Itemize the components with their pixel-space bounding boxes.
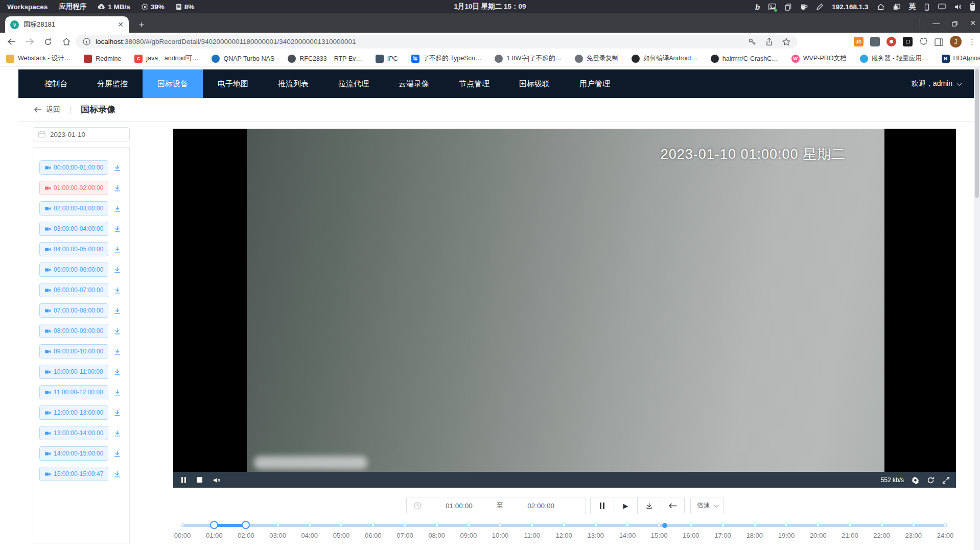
address-bar[interactable]: localhost:38080/#/gbRecordDetail/3402000… [76, 35, 798, 49]
home-tray-icon[interactable] [877, 3, 884, 11]
speed-dropdown-button[interactable]: 倍速 [690, 497, 724, 514]
record-time-button[interactable]: 01:00:00-02:00:00 [39, 181, 108, 195]
bookmarks-overflow-chevron[interactable]: » [967, 55, 971, 63]
reload-button[interactable] [41, 38, 55, 46]
bookmark-item[interactable]: Redmine [84, 55, 121, 63]
record-time-button[interactable]: 04:00:00-05:00:00 [39, 242, 108, 256]
download-record-button[interactable] [113, 327, 121, 335]
play-button[interactable]: ▶ [614, 497, 638, 514]
volume-tray-icon[interactable] [954, 3, 962, 11]
profile-avatar[interactable]: J [950, 36, 962, 47]
bookmark-item[interactable]: Webstack - 设计… [6, 54, 71, 63]
extension-black-icon[interactable] [903, 37, 913, 46]
player-settings-icon[interactable] [912, 475, 919, 485]
bookmark-item[interactable]: RFC2833 – RTP Ev… [288, 55, 362, 63]
download-record-button[interactable] [113, 184, 121, 192]
download-record-button[interactable] [113, 470, 121, 478]
bookmark-item[interactable]: 如何编译Android… [632, 54, 697, 63]
window-maximize-button[interactable] [952, 19, 958, 27]
window-close-button[interactable]: ✕ [970, 19, 976, 27]
window-minimize-button[interactable]: — [932, 19, 940, 27]
windows-tray-icon[interactable] [893, 3, 900, 11]
download-record-button[interactable] [113, 246, 121, 253]
record-time-button[interactable]: 09:00:00-10:00:00 [39, 344, 108, 358]
record-time-button[interactable]: 10:00:00-11:00:00 [39, 365, 108, 379]
download-record-button[interactable] [113, 286, 121, 294]
nav-item[interactable]: 用户管理 [565, 69, 625, 98]
record-time-button[interactable]: 00:00:00-01:00:00 [39, 160, 108, 175]
screenshot-tray-icon[interactable] [768, 3, 776, 11]
record-time-button[interactable]: 14:00:00-15:00:00 [39, 446, 108, 461]
bing-tray-icon[interactable]: b [755, 3, 760, 11]
nav-item[interactable]: 推流列表 [263, 69, 323, 98]
start-time-value[interactable]: 01:00:00 [422, 502, 497, 510]
bookmark-item[interactable]: 1.8W字|了不起的… [495, 54, 561, 63]
home-button[interactable] [59, 38, 74, 45]
bookmark-item[interactable]: 免登录复制 [575, 54, 619, 63]
nav-item[interactable]: 分屏监控 [82, 69, 143, 98]
clock[interactable]: 1月10日 星期二 15：09 [454, 2, 526, 11]
bookmark-item[interactable]: IPC [376, 55, 398, 63]
date-picker-input[interactable]: 2023-01-10 [33, 127, 130, 141]
nav-item[interactable]: 节点管理 [444, 69, 504, 98]
download-record-button[interactable] [113, 307, 121, 315]
tab-search-icon[interactable] [920, 19, 920, 27]
record-time-button[interactable]: 15:00:00-15:09:47 [39, 467, 108, 481]
share-icon[interactable] [765, 37, 773, 45]
back-button[interactable] [4, 38, 18, 45]
extension-js-icon[interactable]: JS [854, 37, 864, 46]
record-time-button[interactable]: 06:00:00-07:00:00 [39, 283, 108, 297]
url-text[interactable]: localhost:38080/#/gbRecordDetail/3402000… [96, 38, 356, 45]
bookmark-item[interactable]: 知 了不起的 TypeScri… [411, 54, 482, 63]
record-time-button[interactable]: 05:00:00-06:00:00 [39, 262, 108, 277]
nav-item[interactable]: 电子地图 [203, 69, 263, 98]
password-key-icon[interactable] [748, 37, 756, 45]
bookmark-item[interactable]: C java、android可… [134, 54, 198, 63]
workspaces-button[interactable]: Workspaces [7, 3, 48, 11]
bookmark-item[interactable]: 服务器 - 轻量应用… [860, 54, 928, 63]
pause-button[interactable] [590, 497, 614, 514]
record-time-button[interactable]: 08:00:00-09:00:00 [39, 324, 108, 338]
player-fullscreen-icon[interactable] [942, 475, 950, 485]
display-tray-icon[interactable] [938, 3, 946, 11]
download-record-button[interactable] [113, 450, 121, 458]
tab-close-icon[interactable]: ✕ [118, 20, 124, 29]
forward-button[interactable] [22, 38, 37, 45]
back-link[interactable]: 返回 [34, 105, 60, 114]
bookmark-star-icon[interactable] [782, 37, 790, 45]
download-record-button[interactable] [113, 429, 121, 437]
nav-item[interactable]: 控制台 [30, 69, 82, 98]
ime-indicator[interactable]: 英 [909, 2, 916, 11]
bookmark-item[interactable]: W WVP-PRO文档 [791, 54, 847, 63]
clipboard-tray-icon[interactable] [785, 3, 791, 10]
cpu-indicator[interactable]: 39% [142, 3, 165, 11]
download-record-button[interactable] [113, 225, 121, 233]
memory-indicator[interactable]: 8% [176, 3, 195, 11]
scrollbar-thumb[interactable] [975, 69, 979, 198]
download-record-button[interactable] [113, 368, 121, 376]
record-time-button[interactable]: 03:00:00-04:00:00 [39, 222, 108, 236]
player-mute-button[interactable] [213, 475, 221, 485]
download-record-button[interactable] [113, 348, 121, 355]
browser-menu-icon[interactable]: ⋮ [968, 37, 976, 46]
nav-item[interactable]: 国标设备 [143, 69, 203, 98]
download-record-button[interactable] [113, 409, 121, 417]
timeline-start-handle[interactable] [210, 521, 218, 529]
download-record-button[interactable] [113, 389, 121, 396]
bookmark-item[interactable]: QNAP Turbo NAS [212, 55, 274, 63]
record-time-button[interactable]: 11:00:00-12:00:00 [39, 385, 108, 399]
end-time-value[interactable]: 02:00:00 [503, 502, 578, 510]
network-speed-indicator[interactable]: 1 MB/s [98, 3, 130, 11]
colorpicker-tray-icon[interactable] [816, 3, 823, 11]
coffee-tray-icon[interactable] [800, 3, 808, 11]
player-reload-icon[interactable] [927, 475, 935, 485]
nav-item[interactable]: 国标级联 [504, 69, 565, 98]
timeline-end-handle[interactable] [242, 521, 250, 529]
video-player[interactable]: 2023-01-10 01:00:00 星期二 552 kb/s [173, 129, 956, 488]
site-info-icon[interactable] [83, 38, 90, 46]
player-stop-button[interactable] [197, 477, 202, 483]
download-record-button[interactable] [113, 164, 121, 172]
record-time-button[interactable]: 12:00:00-13:00:00 [39, 405, 108, 420]
new-tab-button[interactable]: + [135, 18, 148, 32]
user-menu[interactable]: 欢迎，admin [912, 79, 961, 88]
